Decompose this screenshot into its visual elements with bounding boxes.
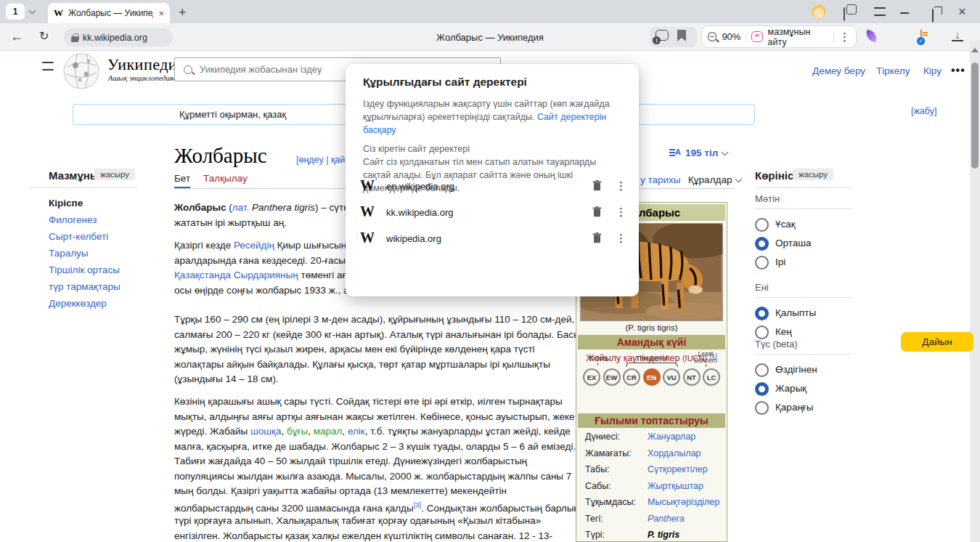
article-paragraph-4-line-8: жолбарыстардың саны 3200 шамасында ғана … — [174, 501, 578, 514]
avatar[interactable] — [812, 4, 826, 19]
taxonomy-value-link[interactable]: Panthera — [648, 514, 685, 524]
done-button[interactable]: Дайын — [901, 332, 973, 352]
radio-label-Қалыпты[interactable]: Қалыпты — [775, 307, 816, 318]
tab-counter-button[interactable]: 1 — [6, 4, 25, 20]
maximize-button[interactable] — [932, 9, 934, 23]
wiki-link[interactable]: марал — [314, 426, 343, 437]
wikipedia-globe-logo[interactable] — [62, 52, 100, 90]
wiki-link[interactable]: лат. — [232, 202, 250, 213]
radio-Өздігінен[interactable] — [755, 363, 769, 377]
tools-dropdown[interactable]: Құралдар — [688, 174, 741, 185]
docs-extension-icon[interactable]: ✓ — [920, 29, 922, 43]
read-aloud-icon[interactable]: “ — [751, 31, 762, 42]
download-icon[interactable]: ↓ — [952, 31, 963, 41]
taxonomy-value-link[interactable]: Жыртқыштар — [648, 481, 703, 491]
appearance-hide-button[interactable]: жасыру — [793, 169, 833, 180]
sci-classification-header: Ғылыми топтастыруы — [578, 413, 725, 428]
radio-label-Қараңғы[interactable]: Қараңғы — [775, 402, 813, 413]
taxonomy-value-link[interactable]: Мысықтәрізділер — [648, 497, 719, 507]
wiki-link[interactable]: Ресейдің — [234, 240, 274, 251]
read-aloud-button[interactable]: мазмұнын айту — [768, 27, 828, 47]
scrollbar-up-arrow[interactable] — [971, 48, 979, 52]
toc-title: Мазмұны — [49, 169, 99, 182]
article-title: Жолбарыс — [174, 144, 267, 168]
tabs-panel-icon[interactable] — [844, 7, 845, 21]
reference-link[interactable]: [3] — [414, 501, 422, 509]
zoom-out-icon[interactable] — [708, 32, 716, 41]
radio-label-Ірі[interactable]: Ірі — [775, 256, 785, 267]
wiki-link[interactable]: бұғы — [287, 426, 308, 437]
toc-item-1[interactable]: Кіріспе — [49, 198, 83, 209]
article-paragraph-1-line-2: жататын ірі жыртқыш аң. — [174, 217, 287, 228]
toc-item-3[interactable]: Сырт-келбеті — [49, 231, 108, 242]
minimize-button[interactable] — [900, 12, 909, 14]
taxonomy-row-6: Тегі:Panthera — [585, 514, 718, 524]
wiki-link[interactable]: шошқа — [250, 426, 282, 437]
status-circle-cr[interactable]: CR — [623, 368, 640, 386]
taxonomy-row-3: Табы:Сүтқоректілер — [585, 464, 718, 474]
taxonomy-value-link[interactable]: Хордалылар — [648, 448, 701, 458]
radio-Ұсақ[interactable] — [755, 218, 769, 232]
trash-icon[interactable] — [592, 180, 602, 194]
site-row-2: Wkk.wikipedia.org⋮ — [346, 203, 639, 222]
trash-icon[interactable] — [592, 232, 602, 246]
tab-talk[interactable]: Талқылау — [203, 173, 248, 188]
wiki-link[interactable]: Қазақстанда Сырдарияның — [174, 270, 298, 280]
site-kebab-icon[interactable]: ⋮ — [616, 179, 626, 193]
status-circle-ex[interactable]: EX — [583, 368, 600, 386]
pill-overflow-icon[interactable]: ⋮ — [839, 31, 850, 44]
radio-Орташа[interactable] — [755, 237, 769, 251]
language-selector[interactable]: 195 тіл — [669, 147, 727, 158]
taxonomy-value-link[interactable]: Сүтқоректілер — [648, 464, 708, 474]
article-paragraph-2-line-3: Қазақстанда Сырдарияның төменгі ағы — [174, 270, 353, 280]
status-circle-vu[interactable]: VU — [663, 368, 680, 386]
taxonomy-label: Сабы: — [585, 481, 648, 491]
status-circle-lc[interactable]: LC — [703, 368, 720, 386]
radio-Қараңғы[interactable] — [755, 401, 769, 415]
toc-hide-button[interactable]: жасыру — [94, 169, 135, 180]
radio-label-Кең[interactable]: Кең — [775, 326, 792, 337]
radio-Ірі[interactable] — [755, 256, 769, 270]
radio-label-Орташа[interactable]: Орташа — [775, 238, 812, 248]
text-segment: , — [282, 426, 287, 437]
trash-icon[interactable] — [592, 206, 602, 220]
history-link-fragment[interactable]: у тарихы — [640, 174, 681, 185]
link-login[interactable]: Кіру — [923, 65, 942, 76]
article-tabs: Бет Талқылау — [174, 173, 248, 188]
zoom-level[interactable]: 90% — [722, 31, 740, 42]
radio-Кең[interactable] — [755, 325, 769, 339]
toc-item-5[interactable]: Тіршілік ортасы — [49, 264, 120, 275]
site-kebab-icon[interactable]: ⋮ — [616, 232, 626, 245]
toc-item-4[interactable]: Таралуы — [49, 248, 89, 259]
tab-close-icon[interactable]: × — [158, 8, 164, 19]
tab-page[interactable]: Бет — [174, 173, 190, 188]
radio-Қалыпты[interactable] — [755, 307, 769, 320]
text-segment: ( — [226, 202, 232, 213]
radio-Жарық[interactable] — [755, 382, 769, 396]
status-circle-en[interactable]: EN — [643, 368, 661, 386]
article-paragraph-4-line-7: мың болды. Қазіргі уақытта жабайы ортада… — [174, 485, 507, 496]
status-circle-nt[interactable]: NT — [683, 368, 701, 386]
toc-item-6[interactable]: түр тармақтары — [49, 281, 121, 292]
status-circle-ew[interactable]: EW — [603, 368, 621, 386]
dialog-subtitle: Сіз кіретін сайт деректері — [363, 142, 626, 155]
new-tab-button[interactable]: + — [179, 5, 187, 20]
scrollbar-thumb[interactable] — [971, 62, 979, 169]
link-donate[interactable]: Демеу беру — [812, 65, 865, 76]
toc-item-7[interactable]: Дереккөздер — [49, 298, 107, 309]
browser-tab[interactable]: W Жолбарыс — Уикипеди × — [48, 3, 170, 23]
banner-close-link[interactable]: [жабу] — [911, 106, 936, 116]
toc-item-2[interactable]: Филогенез — [49, 214, 97, 225]
taxonomy-value-link[interactable]: Жануарлар — [648, 432, 695, 442]
text-segment: Panthera tigris — [252, 202, 315, 213]
close-window-button[interactable]: × — [958, 4, 966, 20]
radio-label-Өздігінен[interactable]: Өздігінен — [775, 364, 817, 375]
article-paragraph-4-line-10: енгізілген. Жолбарысты қазақ халқы ежелд… — [174, 530, 552, 541]
link-register[interactable]: Тіркелу — [876, 65, 910, 76]
text-segment: жолбарыстардың саны 3200 шамасында ғана … — [174, 503, 414, 514]
radio-label-Ұсақ[interactable]: Ұсақ — [775, 219, 796, 230]
user-menu-ellipsis-icon[interactable]: ••• — [951, 64, 965, 77]
wiki-link[interactable]: елік — [348, 426, 365, 437]
site-kebab-icon[interactable]: ⋮ — [616, 206, 626, 219]
radio-label-Жарық[interactable]: Жарық — [775, 383, 807, 394]
